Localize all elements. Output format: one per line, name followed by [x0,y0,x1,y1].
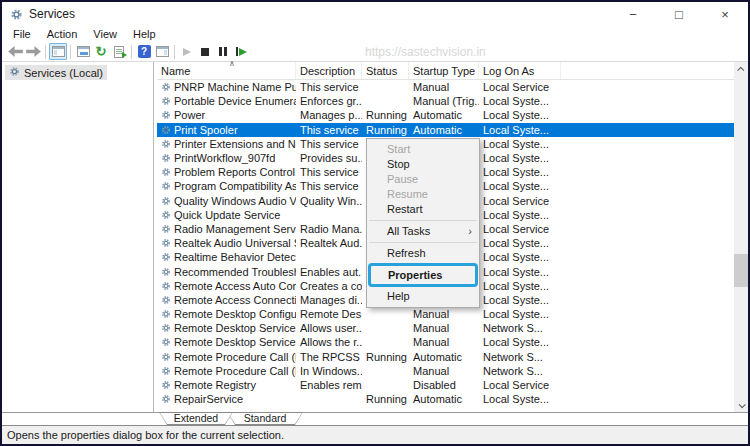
menu-file[interactable]: File [5,28,39,40]
table-row[interactable]: Remote Procedure Call (RPC)The RPCSS s..… [157,350,748,364]
cell: Program Compatibility Assi... [157,179,296,193]
cell: Local Service [479,80,561,94]
pause-service-icon[interactable] [214,43,232,60]
title-bar: Services − □ × [2,2,748,26]
cell: Local Syste... [479,250,561,264]
cell: Local Syste... [479,165,561,179]
menu-view[interactable]: View [85,28,125,40]
table-row[interactable]: Portable Device Enumerator...Enforces gr… [157,94,748,108]
restart-service-icon[interactable] [232,43,250,60]
stop-service-icon[interactable] [196,43,214,60]
cell: This service ... [296,123,362,137]
toolbar-separator [174,45,175,59]
cell: Remote Access Auto Conne... [157,279,296,293]
context-menu-item-all-tasks[interactable]: All Tasks› [367,224,479,239]
maximize-button[interactable]: □ [656,2,702,26]
cell: Manual [409,364,479,378]
cell: Provides su... [296,151,362,165]
toolbar: ↻ ? https://sastechvision.in [2,42,748,62]
cell [296,392,362,406]
table-row[interactable]: Print SpoolerThis service ...RunningAuto… [157,123,748,137]
export-list-icon[interactable] [110,43,128,60]
menu-help[interactable]: Help [125,28,164,40]
context-menu-item-stop[interactable]: Stop [367,157,479,172]
cell: In Windows... [296,364,362,378]
scroll-up-icon[interactable] [734,62,748,76]
back-icon[interactable] [6,43,24,60]
menu-bar: File Action View Help [2,26,748,42]
cell: Radio Management Service [157,222,296,236]
cell: Running [362,108,409,122]
column-header-status[interactable]: Status [362,62,409,79]
table-row[interactable]: PNRP Machine Name Publi...This service .… [157,80,748,94]
cell: Automatic [409,108,479,122]
cell: Running [362,123,409,137]
status-text: Opens the properties dialog box for the … [7,429,284,441]
menu-action[interactable]: Action [39,28,86,40]
watermark-text: https://sastechvision.in [365,45,486,59]
tab-standard[interactable]: Standard [227,412,303,425]
start-service-icon[interactable] [178,43,196,60]
cell: Manual (Trig... [409,94,479,108]
cell: Remote Registry [157,378,296,392]
cell: Disabled [409,378,479,392]
cell [362,364,409,378]
console-tree-icon[interactable] [49,43,67,60]
list-header: Name∧DescriptionStatusStartup TypeLog On… [157,62,748,80]
context-menu-item-refresh[interactable]: Refresh [367,246,479,261]
submenu-arrow-icon: › [468,224,472,239]
table-row[interactable]: RepairServiceRunningAutomaticLocal Syste… [157,392,748,406]
refresh-icon[interactable]: ↻ [92,43,110,60]
minimize-button[interactable]: − [610,2,656,26]
close-button[interactable]: × [702,2,748,26]
cell: Local Syste... [479,108,561,122]
menu-separator [369,220,477,221]
table-row[interactable]: Remote RegistryEnables rem...DisabledLoc… [157,378,748,392]
cell: Power [157,108,296,122]
cell: Manual [409,80,479,94]
help-icon[interactable]: ? [135,43,153,60]
cell: Printer Extensions and Notif... [157,137,296,151]
context-menu-item-resume: Resume [367,187,479,202]
cell: Remote Procedure Call (RP... [157,364,296,378]
cell: Recommended Troublesho... [157,264,296,278]
tab-extended[interactable]: Extended [159,412,233,425]
cell: Realtek Audio Universal Ser... [157,236,296,250]
cell: Automatic [409,123,479,137]
cell: Running [362,350,409,364]
cell: Network S... [479,364,561,378]
table-row[interactable]: Remote Desktop Services U...Allows the r… [157,335,748,349]
sidebar-item-services-local[interactable]: Services (Local) [5,65,107,80]
action-pane-icon[interactable] [153,43,171,60]
cell [362,335,409,349]
cell: Local Syste... [479,307,561,321]
vertical-scrollbar[interactable] [734,62,748,412]
scroll-down-icon[interactable] [734,398,748,412]
cell: Manual [409,335,479,349]
services-gear-icon [10,8,23,21]
table-row[interactable]: Remote Desktop ServicesAllows user...Man… [157,321,748,335]
cell: Manages p... [296,108,362,122]
column-header-name[interactable]: Name∧ [157,62,296,79]
context-menu-item-restart[interactable]: Restart [367,202,479,217]
properties-window-icon[interactable] [74,43,92,60]
cell: Local Syste... [479,264,561,278]
table-row[interactable]: Remote Desktop Configurat...Remote Des..… [157,307,748,321]
context-menu-item-properties[interactable]: Properties [368,263,478,287]
column-header-description[interactable]: Description [296,62,362,79]
scrollbar-thumb[interactable] [734,254,748,287]
column-header-log-on-as[interactable]: Log On As [479,62,561,79]
context-menu-item-help[interactable]: Help [367,289,479,304]
cell: Allows the r... [296,335,362,349]
table-row[interactable]: PowerManages p...RunningAutomaticLocal S… [157,108,748,122]
cell: PNRP Machine Name Publi... [157,80,296,94]
cell: Radio Mana... [296,222,362,236]
context-menu: StartStopPauseResumeRestartAll Tasks›Ref… [366,138,480,308]
column-header-startup-type[interactable]: Startup Type [409,62,479,79]
forward-icon[interactable] [24,43,42,60]
cell: The RPCSS s... [296,350,362,364]
cell: Local Syste... [479,335,561,349]
cell: Manual [409,321,479,335]
table-row[interactable]: Remote Procedure Call (RP...In Windows..… [157,364,748,378]
cell: Realtime Behavior Detection [157,250,296,264]
